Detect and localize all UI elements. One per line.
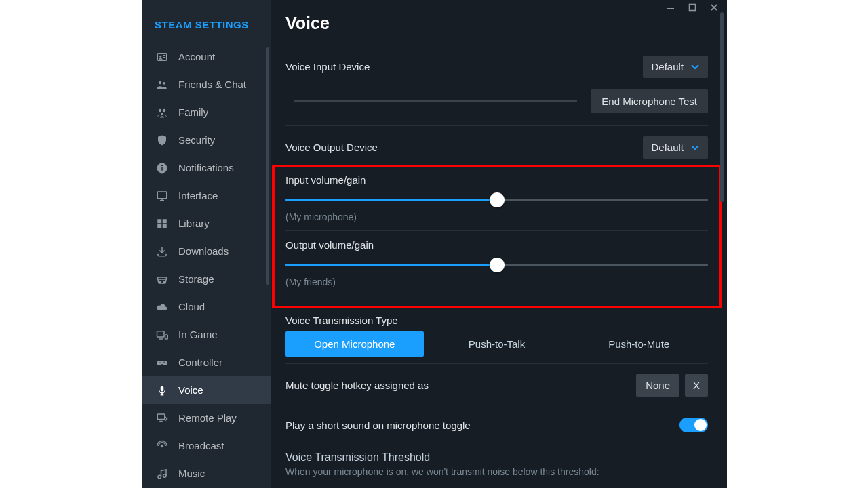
sidebar-item-label: Interface (178, 190, 218, 201)
transmission-type-segment: Open MicrophonePush-to-TalkPush-to-Mute (285, 326, 708, 359)
input-gain-slider[interactable] (285, 194, 708, 206)
sidebar-item-controller[interactable]: Controller (142, 348, 271, 376)
chevron-down-icon (690, 144, 700, 151)
end-mic-test-button[interactable]: End Microphone Test (591, 89, 708, 113)
sidebar: STEAM SETTINGS AccountFriends & ChatFami… (142, 0, 271, 488)
output-device-row: Voice Output Device Default (285, 130, 708, 165)
transmission-option-push-to-talk[interactable]: Push-to-Talk (428, 331, 566, 357)
transmission-option-open-microphone[interactable]: Open Microphone (285, 331, 424, 357)
sidebar-item-cloud[interactable]: Cloud (142, 293, 271, 321)
threshold-section: Voice Transmission Threshold When your m… (285, 447, 708, 477)
input-gain-subtext: (My microphone) (285, 211, 708, 222)
sidebar-item-label: Friends & Chat (178, 79, 246, 90)
page-title: Voice (285, 14, 708, 33)
sidebar-item-friends-chat[interactable]: Friends & Chat (142, 70, 271, 98)
svg-point-5 (159, 55, 161, 57)
sidebar-item-label: Cloud (178, 301, 205, 312)
divider (285, 407, 708, 407)
transmission-option-push-to-mute[interactable]: Push-to-Mute (570, 331, 708, 357)
sidebar-item-label: Controller (178, 357, 222, 368)
output-gain-slider[interactable] (285, 259, 708, 271)
input-device-dropdown[interactable]: Default (643, 56, 708, 78)
sidebar-item-broadcast[interactable]: Broadcast (142, 432, 271, 460)
svg-point-29 (159, 362, 161, 363)
svg-point-15 (161, 165, 163, 166)
svg-rect-21 (157, 224, 161, 228)
sound-toggle-row: Play a short sound on microphone toggle (285, 411, 708, 439)
security-icon (155, 134, 169, 147)
sidebar-item-storage[interactable]: Storage (142, 265, 271, 293)
mic-level-meter (294, 100, 577, 102)
sidebar-item-interface[interactable]: Interface (142, 182, 271, 209)
sidebar-item-music[interactable]: Music (142, 460, 271, 487)
input-gain-section: Input volume/gain (My microphone) Output… (285, 174, 708, 296)
sidebar-item-label: Notifications (178, 162, 234, 174)
minimize-button[interactable] (665, 3, 677, 12)
output-gain-label: Output volume/gain (285, 239, 708, 251)
svg-rect-22 (163, 224, 167, 228)
threshold-label: Voice Transmission Threshold (285, 447, 708, 464)
title-bar (665, 0, 727, 14)
content-panel: Voice Voice Input Device Default End Mic… (271, 0, 727, 488)
sidebar-item-downloads[interactable]: Downloads (142, 237, 271, 265)
voice-icon (155, 384, 169, 397)
svg-point-9 (163, 81, 165, 84)
divider (285, 363, 708, 364)
sound-toggle-switch[interactable] (679, 418, 708, 432)
storage-icon (155, 272, 169, 286)
sidebar-item-label: Remote Play (178, 412, 237, 424)
svg-point-25 (163, 281, 165, 283)
svg-point-30 (163, 361, 165, 363)
svg-point-37 (161, 445, 163, 447)
sidebar-item-security[interactable]: Security (142, 126, 271, 154)
divider (285, 443, 708, 443)
sidebar-item-label: Storage (178, 273, 214, 285)
sidebar-scrollbar[interactable] (265, 47, 271, 488)
sidebar-item-remote-play[interactable]: Remote Play (142, 404, 271, 432)
svg-point-24 (159, 281, 161, 283)
mute-hotkey-row: Mute toggle hotkey assigned as None X (285, 368, 708, 403)
interface-icon (155, 189, 169, 203)
family-icon (155, 106, 169, 119)
content-scrollbar[interactable] (720, 12, 724, 481)
svg-rect-19 (157, 219, 161, 223)
mute-hotkey-label: Mute toggle hotkey assigned as (285, 380, 429, 391)
output-device-dropdown[interactable]: Default (643, 136, 708, 159)
notifications-icon (155, 161, 169, 175)
input-device-label: Voice Input Device (285, 61, 370, 73)
sidebar-item-label: Account (178, 51, 215, 62)
sidebar-item-library[interactable]: Library (142, 209, 271, 237)
sidebar-item-label: Library (178, 218, 210, 229)
input-device-row: Voice Input Device Default (285, 49, 708, 84)
threshold-desc: When your microphone is on, we won't tra… (285, 466, 708, 477)
sidebar-item-voice[interactable]: Voice (142, 376, 271, 404)
chevron-down-icon (690, 64, 700, 70)
svg-point-10 (159, 108, 162, 112)
mute-hotkey-clear-button[interactable]: X (685, 374, 708, 396)
sidebar-item-label: In Game (178, 329, 218, 340)
music-icon (155, 467, 169, 481)
settings-window: STEAM SETTINGS AccountFriends & ChatFami… (142, 0, 727, 488)
svg-rect-20 (163, 219, 167, 223)
svg-rect-14 (161, 167, 163, 170)
svg-rect-26 (157, 331, 165, 336)
sidebar-item-account[interactable]: Account (142, 43, 271, 70)
sound-toggle-label: Play a short sound on microphone toggle (285, 420, 471, 431)
close-button[interactable] (708, 3, 720, 12)
sidebar-item-in-game[interactable]: In Game (142, 321, 271, 348)
sidebar-item-label: Music (178, 468, 205, 479)
svg-point-31 (165, 363, 166, 364)
sidebar-item-family[interactable]: Family (142, 98, 271, 126)
slider-handle[interactable] (490, 192, 505, 207)
sidebar-item-notifications[interactable]: Notifications (142, 154, 271, 182)
mute-hotkey-value-button[interactable]: None (636, 374, 679, 396)
slider-handle[interactable] (490, 258, 505, 272)
transmission-type-row: Voice Transmission Type (285, 308, 708, 326)
sidebar-item-label: Downloads (178, 245, 229, 257)
sidebar-item-label: Family (178, 106, 208, 118)
cloud-icon (155, 300, 169, 314)
svg-rect-35 (157, 414, 165, 420)
svg-point-8 (159, 81, 162, 84)
output-gain-subtext: (My friends) (285, 277, 708, 287)
maximize-button[interactable] (686, 3, 698, 12)
